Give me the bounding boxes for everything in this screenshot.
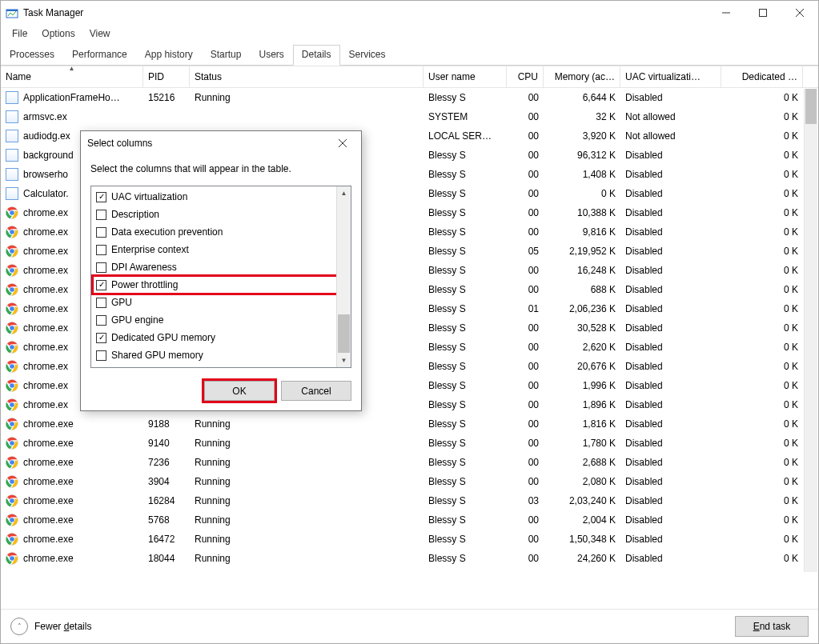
cell-gpu: 0 K <box>721 188 803 199</box>
cell-gpu: 0 K <box>721 553 803 564</box>
column-option[interactable]: DPI Awareness <box>93 258 349 276</box>
scrollbar-thumb[interactable] <box>805 89 817 124</box>
cell-uac: Disabled <box>620 457 721 468</box>
chrome-icon <box>6 475 18 488</box>
cell-mem: 9,816 K <box>544 226 620 238</box>
checkbox[interactable] <box>96 333 106 343</box>
svg-rect-3 <box>760 10 767 17</box>
cell-gpu: 0 K <box>721 534 803 545</box>
tab-performance[interactable]: Performance <box>63 45 136 66</box>
checkbox[interactable] <box>96 315 106 326</box>
cell-mem: 1,996 K <box>544 380 620 391</box>
cell-name: chrome.exe <box>1 475 143 488</box>
titlebar[interactable]: Task Manager <box>1 1 818 25</box>
cell-status: Running <box>190 476 424 487</box>
cell-gpu: 0 K <box>721 361 803 372</box>
cell-name: chrome.exe <box>1 456 143 469</box>
checkbox[interactable] <box>96 298 106 308</box>
checkbox[interactable] <box>96 262 106 273</box>
checkbox[interactable] <box>96 280 106 290</box>
chrome-icon <box>6 379 18 392</box>
table-row[interactable]: chrome.exe16284RunningBlessy S032,03,240… <box>1 491 818 510</box>
menu-view[interactable]: View <box>83 26 117 41</box>
table-row[interactable]: ApplicationFrameHo…15216RunningBlessy S0… <box>1 88 818 107</box>
tab-services[interactable]: Services <box>340 45 395 66</box>
tab-details[interactable]: Details <box>293 45 340 66</box>
checkbox[interactable] <box>96 227 106 238</box>
column-option[interactable]: Enterprise context <box>93 241 349 258</box>
table-row[interactable]: chrome.exe18044RunningBlessy S0024,260 K… <box>1 549 818 568</box>
cell-user: Blessy S <box>424 169 507 180</box>
cancel-button[interactable]: Cancel <box>281 381 351 401</box>
column-option[interactable]: Description <box>93 206 349 223</box>
cell-name: chrome.exe <box>1 494 143 507</box>
vertical-scrollbar[interactable] <box>804 89 817 572</box>
column-option[interactable]: Dedicated GPU memory <box>93 329 349 346</box>
col-header-cpu[interactable]: CPU <box>507 66 544 87</box>
column-option[interactable]: Power throttling <box>93 276 349 294</box>
column-option[interactable]: UAC virtualization <box>93 188 349 206</box>
tab-startup[interactable]: Startup <box>202 45 251 66</box>
column-option[interactable]: GPU engine <box>93 311 349 329</box>
col-header-pid[interactable]: PID <box>143 66 190 87</box>
checkbox[interactable] <box>96 192 106 202</box>
col-header-user[interactable]: User name <box>424 66 507 87</box>
column-option[interactable]: Hardware-enforced Stack Protection <box>93 364 349 368</box>
cell-mem: 96,312 K <box>544 150 620 161</box>
cell-gpu: 0 K <box>721 284 803 295</box>
minimize-button[interactable] <box>708 1 745 25</box>
checkbox[interactable] <box>96 245 106 255</box>
fewer-details-button[interactable]: ˄ Fewer details <box>10 618 735 635</box>
cell-uac: Disabled <box>620 342 721 353</box>
cell-status: Running <box>190 514 424 526</box>
table-row[interactable]: chrome.exe16472RunningBlessy S001,50,348… <box>1 530 818 549</box>
table-row[interactable]: chrome.exe9188RunningBlessy S001,816 KDi… <box>1 414 818 434</box>
cell-uac: Disabled <box>620 150 721 161</box>
dialog-titlebar[interactable]: Select columns <box>81 131 361 155</box>
cell-name: chrome.exe <box>1 437 143 450</box>
cell-uac: Disabled <box>620 380 721 391</box>
cell-cpu: 00 <box>507 342 544 353</box>
scroll-up-icon[interactable]: ▲ <box>337 186 351 200</box>
menu-options[interactable]: Options <box>35 26 81 41</box>
column-option[interactable]: GPU <box>93 294 349 311</box>
cell-uac: Disabled <box>620 514 721 526</box>
table-row[interactable]: chrome.exe3904RunningBlessy S002,080 KDi… <box>1 472 818 491</box>
cell-mem: 6,644 K <box>544 92 620 103</box>
maximize-button[interactable] <box>745 1 781 25</box>
chrome-icon <box>6 398 18 411</box>
close-button[interactable] <box>781 1 818 25</box>
scroll-down-icon[interactable]: ▼ <box>337 354 351 367</box>
table-row[interactable]: chrome.exe5768RunningBlessy S002,004 KDi… <box>1 510 818 530</box>
ok-button[interactable]: OK <box>204 381 275 401</box>
column-option[interactable]: Data execution prevention <box>93 223 349 241</box>
chrome-icon <box>6 494 18 507</box>
col-header-mem[interactable]: Memory (ac… <box>544 66 620 87</box>
tab-processes[interactable]: Processes <box>1 45 63 66</box>
col-header-uac[interactable]: UAC virtualizati… <box>620 66 721 87</box>
table-row[interactable]: armsvc.exSYSTEM0032 KNot allowed0 K <box>1 107 818 126</box>
table-row[interactable]: chrome.exe7236RunningBlessy S002,688 KDi… <box>1 453 818 472</box>
cell-cpu: 00 <box>507 553 544 564</box>
cell-status: Running <box>190 553 424 564</box>
cell-user: SYSTEM <box>424 111 507 122</box>
col-header-status[interactable]: Status <box>190 66 424 87</box>
checkbox[interactable] <box>96 368 106 369</box>
dialog-title: Select columns <box>87 138 331 149</box>
tab-app-history[interactable]: App history <box>136 45 202 66</box>
menu-file[interactable]: File <box>6 26 34 41</box>
cell-cpu: 00 <box>507 514 544 526</box>
cell-uac: Disabled <box>620 188 721 199</box>
dialog-close-button[interactable] <box>331 131 355 155</box>
end-task-button[interactable]: End task <box>735 616 809 637</box>
checkbox[interactable] <box>96 210 106 220</box>
tab-users[interactable]: Users <box>250 45 292 66</box>
col-header-name[interactable]: ▲Name <box>1 66 143 87</box>
column-option[interactable]: Shared GPU memory <box>93 346 349 364</box>
listbox-scroll-thumb[interactable] <box>338 314 350 353</box>
table-row[interactable]: chrome.exe9140RunningBlessy S001,780 KDi… <box>1 434 818 453</box>
cell-uac: Disabled <box>620 92 721 103</box>
checkbox[interactable] <box>96 350 106 361</box>
col-header-gpu[interactable]: Dedicated … <box>721 66 803 87</box>
listbox-scrollbar[interactable]: ▲ ▼ <box>336 186 351 367</box>
